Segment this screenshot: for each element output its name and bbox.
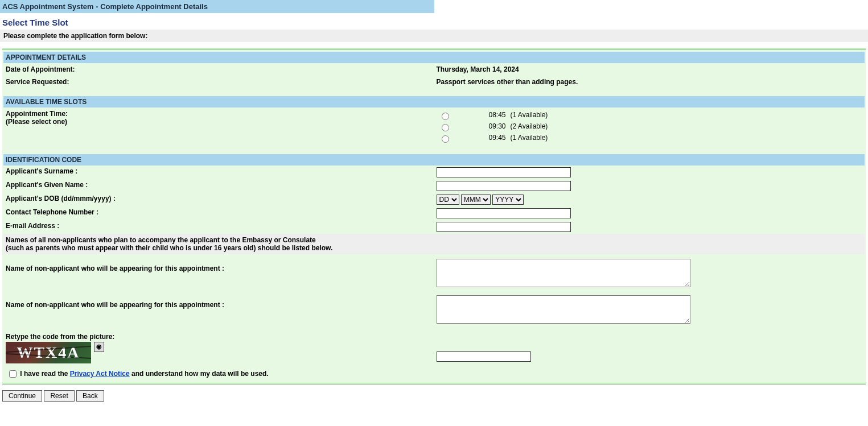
label-non-applicant-2: Name of non-applicant who will be appear… (3, 291, 434, 327)
textarea-non-applicant-1[interactable] (437, 259, 690, 287)
continue-button[interactable]: Continue (2, 390, 42, 402)
label-appointment-time: Appointment Time: (6, 110, 68, 118)
input-email[interactable] (437, 222, 571, 232)
select-dob-month[interactable]: MMM (461, 195, 491, 205)
band-appointment-details: APPOINTMENT DETAILS (3, 52, 865, 63)
radio-slot-0930[interactable] (442, 124, 449, 131)
value-service-requested: Passport services other than adding page… (434, 76, 865, 88)
checkbox-privacy-consent[interactable] (9, 370, 17, 378)
input-surname[interactable] (437, 167, 571, 177)
link-privacy-act-notice[interactable]: Privacy Act Notice (70, 370, 130, 378)
input-phone[interactable] (437, 208, 571, 218)
captcha-image: WTX4A (6, 342, 91, 363)
reset-button[interactable]: Reset (44, 390, 74, 402)
label-service-requested: Service Requested: (3, 76, 434, 88)
band-identification-code: IDENTIFICATION CODE (3, 154, 865, 166)
page-heading: Select Time Slot (0, 13, 868, 30)
select-dob-day[interactable]: DD (437, 195, 459, 205)
slot-avail-1: (2 Available) (508, 121, 550, 133)
slot-time-0: 08:45 (470, 110, 508, 121)
input-captcha[interactable] (437, 351, 531, 362)
slot-time-1: 09:30 (470, 121, 508, 133)
back-button[interactable]: Back (76, 390, 104, 402)
system-title: ACS Appointment System - Complete Appoin… (0, 0, 434, 13)
label-given-name: Applicant's Given Name : (3, 179, 434, 193)
instruction-text: Please complete the application form bel… (0, 30, 868, 42)
label-non-applicant-1: Name of non-applicant who will be appear… (3, 254, 434, 291)
select-dob-year[interactable]: YYYY (492, 195, 524, 205)
textarea-non-applicant-2[interactable] (437, 295, 690, 324)
radio-slot-0845[interactable] (442, 113, 449, 120)
slot-avail-0: (1 Available) (508, 110, 550, 121)
label-email: E-mail Address : (3, 220, 434, 234)
consent-text-prefix: I have read the (20, 370, 69, 378)
label-date-of-appointment: Date of Appointment: (3, 63, 434, 76)
value-date-of-appointment: Thursday, March 14, 2024 (434, 63, 865, 76)
radio-slot-0945[interactable] (442, 135, 449, 143)
slot-time-2: 09:45 (470, 133, 508, 144)
label-phone: Contact Telephone Number : (3, 206, 434, 220)
label-please-select-one: (Please select one) (6, 118, 67, 126)
slot-avail-2: (1 Available) (508, 133, 550, 144)
label-surname: Applicant's Surname : (3, 166, 434, 179)
form-panel: APPOINTMENT DETAILS Date of Appointment:… (2, 48, 866, 384)
captcha-refresh-icon[interactable]: ◉ (94, 342, 104, 352)
label-dob: Applicant's DOB (dd/mmm/yyyy) : (3, 193, 434, 206)
input-given-name[interactable] (437, 181, 571, 191)
label-captcha: Retype the code from the picture: (6, 333, 432, 341)
consent-text-suffix: and understand how my data will be used. (130, 370, 269, 378)
note-non-applicants: Names of all non-applicants who plan to … (3, 234, 865, 254)
band-available-time-slots: AVAILABLE TIME SLOTS (3, 96, 865, 107)
